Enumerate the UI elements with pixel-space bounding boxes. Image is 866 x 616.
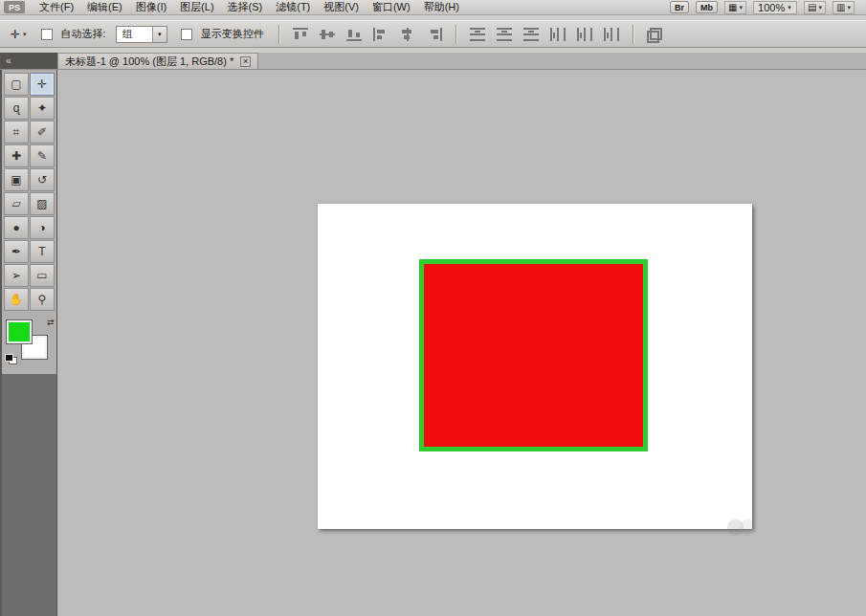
tools-panel: ▢ ✛ ɋ ✦ ⌗ ✐ ✚ ✎ ▣ ↺ — [0, 70, 57, 616]
menu-item[interactable]: 编辑(E) — [80, 0, 129, 14]
distribute-horizontal-centers-icon — [577, 28, 592, 41]
tool-path-selection[interactable]: ➢ — [4, 264, 29, 287]
menu-bar: PS 文件(F)编辑(E)图像(I)图层(L)选择(S)滤镜(T)视图(V)窗口… — [0, 0, 866, 15]
distribute-left-edges-button[interactable] — [547, 25, 568, 44]
distribute-vertical-centers-icon — [497, 28, 512, 41]
tool-type[interactable]: T — [30, 240, 55, 263]
tools-section: ▢ ✛ ɋ ✦ ⌗ ✐ ✚ ✎ ▣ ↺ — [2, 70, 56, 374]
align-bottom-edges-button[interactable] — [344, 25, 365, 44]
tool-blur[interactable]: ● — [4, 216, 29, 239]
tool-zoom[interactable]: ⚲ — [30, 288, 55, 311]
divider — [455, 25, 456, 44]
menu-item[interactable]: 窗口(W) — [366, 0, 417, 14]
show-transform-controls-checkbox[interactable] — [181, 29, 192, 40]
align-vertical-centers-icon — [320, 28, 335, 41]
tool-gradient[interactable]: ▨ — [30, 192, 55, 215]
align-left-edges-icon — [373, 28, 389, 41]
distribute-horizontal-centers-button[interactable] — [574, 25, 595, 44]
auto-align-layers-button[interactable] — [644, 25, 665, 44]
distribute-top-edges-icon — [470, 28, 485, 41]
tool-eraser[interactable]: ▱ — [4, 192, 29, 215]
tool-quick-selection[interactable]: ✦ — [30, 97, 55, 120]
foreground-color-swatch[interactable] — [7, 320, 32, 343]
bridge-button[interactable]: Br — [670, 1, 689, 13]
screen-mode-icon: ▥ — [836, 3, 845, 12]
close-icon[interactable]: × — [240, 56, 251, 67]
double-chevron-left-icon: « — [6, 55, 11, 66]
red-rectangle-shape — [419, 259, 648, 451]
menu-item[interactable]: 文件(F) — [33, 0, 80, 14]
view-extras-button[interactable]: ▦ ▾ — [724, 1, 746, 14]
distribute-bottom-edges-button[interactable] — [521, 25, 542, 44]
chevron-down-icon: ▾ — [152, 27, 167, 42]
tool-eyedropper[interactable]: ✐ — [30, 121, 55, 143]
menu-item[interactable]: 帮助(H) — [417, 0, 466, 14]
tool-crop[interactable]: ⌗ — [4, 121, 29, 143]
distribute-bottom-edges-icon — [523, 28, 539, 41]
tool-hand[interactable]: ✋ — [4, 288, 29, 311]
align-right-edges-button[interactable] — [424, 25, 445, 44]
align-top-edges-icon — [293, 28, 308, 41]
auto-select-target-dropdown[interactable]: 组 ▾ — [116, 26, 167, 43]
swap-colors-icon[interactable]: ⇄ — [47, 319, 55, 327]
chevron-down-icon: ▾ — [788, 4, 791, 11]
align-top-edges-button[interactable] — [290, 25, 311, 44]
align-horizontal-centers-button[interactable] — [397, 25, 418, 44]
tool-rectangle[interactable]: ▭ — [30, 264, 55, 287]
document-tab[interactable]: 未标题-1 @ 100% (图层 1, RGB/8) * × — [57, 53, 258, 69]
workspace: ▢ ✛ ɋ ✦ ⌗ ✐ ✚ ✎ ▣ ↺ — [0, 70, 866, 616]
chevron-down-icon: ▾ — [23, 31, 27, 38]
tool-clone-stamp[interactable]: ▣ — [4, 168, 29, 191]
menu-item[interactable]: 视图(V) — [317, 0, 366, 14]
color-swatches: ⇄ — [5, 319, 55, 366]
menu-item[interactable]: 滤镜(T) — [269, 0, 317, 14]
menu-item[interactable]: 图层(L) — [173, 0, 220, 14]
mini-bridge-button[interactable]: Mb — [696, 1, 718, 13]
menu-item[interactable]: 图像(I) — [129, 0, 173, 14]
chevron-down-icon: ▾ — [847, 4, 851, 11]
auto-select-target-value: 组 — [122, 27, 133, 41]
show-transform-controls-label: 显示变换控件 — [201, 27, 264, 41]
align-vertical-centers-button[interactable] — [317, 25, 338, 44]
photoshop-logo: PS — [4, 1, 25, 13]
zoom-level-value: 100% — [758, 2, 785, 13]
align-horizontal-centers-icon — [400, 28, 415, 41]
default-colors-icon[interactable] — [5, 354, 17, 364]
tools-grid: ▢ ✛ ɋ ✦ ⌗ ✐ ✚ ✎ ▣ ↺ — [2, 73, 56, 311]
distribute-vertical-centers-button[interactable] — [494, 25, 515, 44]
main-menus: 文件(F)编辑(E)图像(I)图层(L)选择(S)滤镜(T)视图(V)窗口(W)… — [33, 0, 466, 14]
tool-spot-healing-brush[interactable]: ✚ — [4, 144, 29, 167]
document-tab-bar: « 未标题-1 @ 100% (图层 1, RGB/8) * × — [0, 53, 866, 70]
auto-select-label: 自动选择: — [61, 27, 106, 41]
distribute-right-edges-icon — [604, 28, 619, 41]
tool-history-brush[interactable]: ↺ — [30, 168, 55, 191]
tool-rectangular-marquee[interactable]: ▢ — [4, 73, 29, 96]
auto-align-layers-icon — [647, 28, 662, 41]
document-canvas[interactable] — [318, 204, 752, 529]
distribute-right-edges-button[interactable] — [601, 25, 622, 44]
document-tab-title: 未标题-1 @ 100% (图层 1, RGB/8) * — [65, 55, 233, 69]
distribute-left-edges-icon — [550, 28, 566, 41]
align-right-edges-icon — [427, 28, 442, 41]
tool-move[interactable]: ✛ — [30, 73, 55, 96]
canvas-area[interactable] — [57, 70, 866, 616]
distribute-top-edges-button[interactable] — [467, 25, 488, 44]
zoom-level-control[interactable]: 100% ▾ — [753, 1, 797, 14]
screen-mode-button[interactable]: ▥ ▾ — [833, 1, 855, 14]
watermark — [727, 519, 760, 537]
collapse-tool-panel-button[interactable]: « — [0, 53, 57, 69]
chevron-down-icon: ▾ — [740, 4, 744, 11]
divider — [633, 25, 633, 44]
tool-lasso[interactable]: ɋ — [4, 97, 29, 120]
menu-item[interactable]: 选择(S) — [221, 0, 270, 14]
move-tool-icon: ✛ — [11, 28, 20, 41]
tool-preset-picker[interactable]: ✛ ▾ — [8, 28, 30, 41]
auto-select-checkbox[interactable] — [41, 29, 53, 40]
arrange-documents-icon: ▤ — [808, 3, 816, 12]
tool-brush[interactable]: ✎ — [30, 144, 55, 167]
panel-empty-area — [2, 374, 56, 616]
tool-dodge[interactable]: ◑ — [30, 216, 55, 239]
align-left-edges-button[interactable] — [370, 25, 391, 44]
tool-pen[interactable]: ✒ — [4, 240, 29, 263]
arrange-documents-button[interactable]: ▤ ▾ — [804, 1, 826, 14]
